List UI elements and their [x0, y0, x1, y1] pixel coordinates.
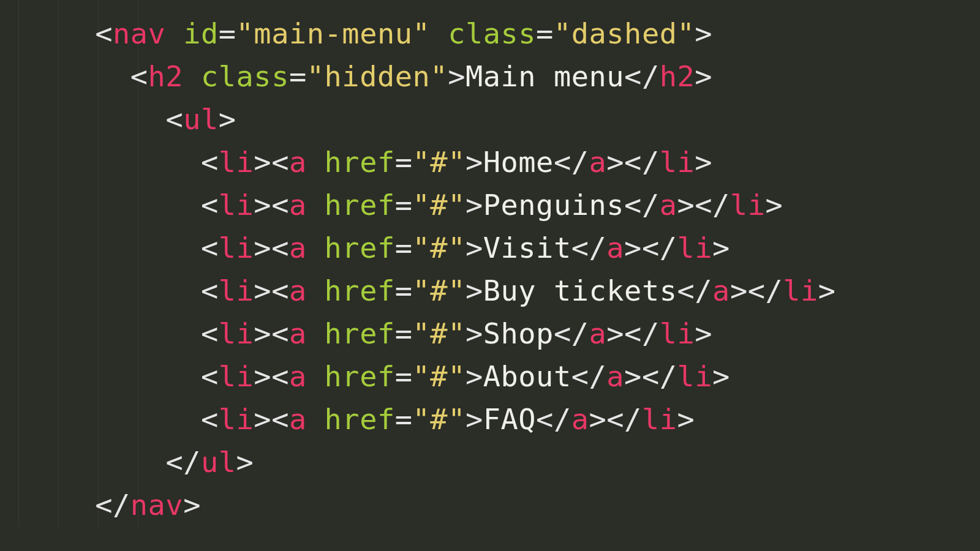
- code-line: <li><a href="#">Penguins</a></li>: [0, 184, 980, 227]
- code-line: <nav id="main-menu" class="dashed">: [0, 12, 980, 55]
- code-line: <li><a href="#">FAQ</a></li>: [0, 398, 980, 441]
- code-line: <li><a href="#">About</a></li>: [0, 355, 980, 398]
- code-line: <li><a href="#">Buy tickets</a></li>: [0, 269, 980, 312]
- code-line: <li><a href="#">Visit</a></li>: [0, 227, 980, 269]
- code-line: <li><a href="#">Home</a></li>: [0, 141, 980, 184]
- code-line: </nav>: [0, 484, 980, 527]
- code-line: <li><a href="#">Shop</a></li>: [0, 312, 980, 355]
- code-editor[interactable]: <nav id="main-menu" class="dashed"> <h2 …: [0, 0, 980, 527]
- code-line: </ul>: [0, 441, 980, 484]
- code-line: <h2 class="hidden">Main menu</h2>: [0, 55, 980, 98]
- code-line: <ul>: [0, 98, 980, 141]
